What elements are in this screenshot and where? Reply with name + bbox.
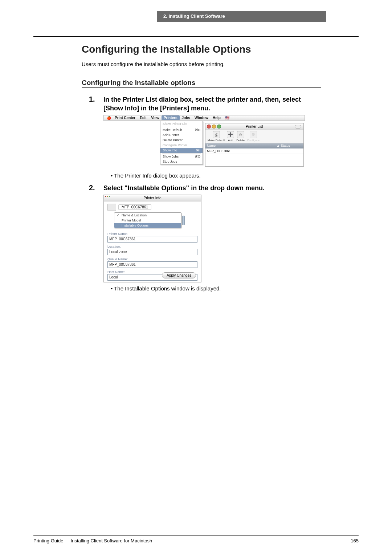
menubar-view: View — [149, 116, 162, 120]
label-printer-name: Printer Name: — [107, 232, 197, 236]
configure-icon: ⚙ — [250, 131, 257, 138]
field-location: Local zone — [107, 249, 197, 255]
col-status: ▲ Status — [275, 143, 303, 148]
toolbar-make-default: 🖨Make Default — [208, 131, 225, 142]
footer-rule — [33, 535, 359, 535]
step-1-number: 1. — [82, 95, 103, 113]
apple-menu-icon: 🍎 — [105, 116, 113, 120]
close-icon — [105, 196, 106, 197]
menubar-flag-icon: 🇺🇸 — [223, 116, 232, 120]
field-printer-name: MFP_00C67861 — [107, 236, 197, 243]
zoom-icon — [109, 196, 110, 197]
screenshot-printer-info: Printer Info MFP_00C67861 ✓Name & Locati… — [103, 195, 201, 282]
printer-icon: 🖨 — [213, 131, 220, 138]
step-1-text: In the Printer List dialog box, select t… — [103, 95, 321, 113]
toolbar-delete: ⦸Delete — [236, 131, 245, 142]
menu-delete-printer: Delete Printer — [160, 138, 203, 143]
field-queue-name: MFP_00C67861 — [107, 261, 197, 268]
menubar-app: Print Center — [113, 116, 138, 120]
footer-page-number: 165 — [351, 538, 359, 543]
printer-list-toolbar: 🖨Make Default ➕Add ⦸Delete ⚙Configure — [205, 130, 303, 143]
printer-list-title: Printer List — [246, 125, 263, 129]
printer-info-breadcrumb: MFP_00C67861 — [107, 204, 197, 211]
dd-printer-model: Printer Model — [114, 218, 181, 223]
printer-list-titlebar: Printer List — [205, 123, 303, 130]
apply-changes-button: Apply Changes — [162, 272, 196, 278]
footer: Printing Guide — Installing Client Softw… — [33, 538, 359, 543]
menu-make-default: Make Default⌘D — [160, 127, 203, 133]
printer-list-header: Name ▲ Status — [205, 143, 303, 148]
zoom-icon — [217, 125, 221, 129]
step-2: 2. Select "Installable Options" in the d… — [82, 184, 321, 192]
printer-info-titlebar: Printer Info — [104, 195, 201, 201]
note-1: The Printer Info dialog box appears. — [111, 172, 321, 179]
menubar-printers: Printers — [162, 115, 180, 120]
menubar-window: Window — [192, 116, 211, 120]
close-icon — [207, 125, 211, 129]
delete-icon: ⦸ — [237, 131, 244, 138]
menubar-help: Help — [211, 116, 223, 120]
menu-add-printer: Add Printer... — [160, 133, 203, 138]
menubar-jobs: Jobs — [180, 116, 192, 120]
col-name: Name — [205, 143, 275, 148]
printer-info-title: Printer Info — [144, 196, 162, 200]
note-2: The Installable Options window is displa… — [111, 285, 321, 292]
printer-icon — [107, 204, 116, 211]
label-location: Location: — [107, 245, 197, 248]
header-rule — [33, 36, 359, 37]
printer-row: MFP_00C67861 — [205, 148, 303, 154]
info-category-dropdown: ✓Name & Location Printer Model Installab… — [114, 212, 181, 228]
step-1: 1. In the Printer List dialog box, selec… — [82, 95, 321, 113]
dd-name-location: ✓Name & Location — [114, 213, 181, 218]
toolbar-pill-icon — [295, 125, 301, 129]
printer-list-window: Printer List 🖨Make Default ➕Add ⦸Delete … — [205, 123, 304, 167]
toolbar-configure: ⚙Configure — [247, 131, 260, 142]
menu-configure-printer: Configure Printer — [160, 143, 203, 148]
screenshot-printer-list: 🍎 Print Center Edit View Printers Jobs W… — [103, 115, 305, 170]
menu-stop-jobs: Stop Jobs — [160, 159, 203, 164]
add-icon: ➕ — [227, 131, 234, 138]
dd-installable-options: Installable Options — [114, 223, 181, 228]
menubar-edit: Edit — [138, 116, 149, 120]
header-section-bar: 2. Installing Client Software — [157, 11, 326, 22]
step-2-number: 2. — [82, 184, 103, 192]
section-heading: Configuring the installable options — [82, 79, 321, 88]
printer-info-body: MFP_00C67861 ✓Name & Location Printer Mo… — [104, 201, 201, 282]
menu-show-info: Show Info⌘I — [160, 148, 203, 153]
step-2-text: Select "Installable Options" in the drop… — [103, 184, 265, 192]
toolbar-add: ➕Add — [227, 131, 234, 142]
label-queue-name: Queue Name: — [107, 257, 197, 261]
menu-show-printer-list: Show Printer List — [160, 121, 203, 126]
minimize-icon — [212, 125, 216, 129]
footer-left: Printing Guide — Installing Client Softw… — [33, 538, 152, 543]
menu-show-jobs: Show Jobs⌘O — [160, 154, 203, 159]
breadcrumb-text: MFP_00C67861 — [118, 204, 151, 210]
printers-menu-dropdown: Show Printer List Make Default⌘D Add Pri… — [160, 121, 203, 164]
page-title: Configuring the Installable Options — [82, 44, 321, 55]
minimize-icon — [107, 196, 108, 197]
intro-text: Users must configure the installable opt… — [82, 60, 321, 68]
menubar: 🍎 Print Center Edit View Printers Jobs W… — [103, 115, 305, 121]
